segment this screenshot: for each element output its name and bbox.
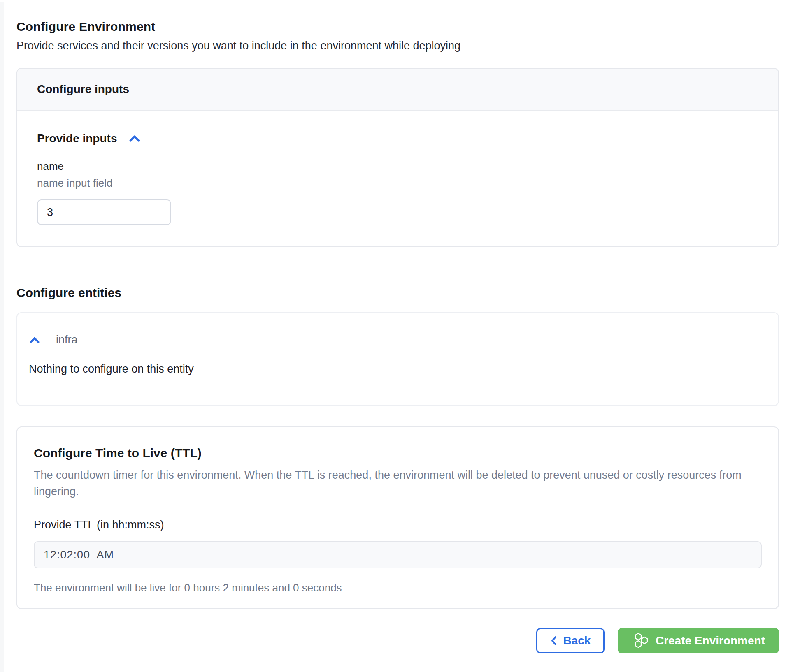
ttl-description: The countdown timer for this environment… — [34, 467, 752, 500]
entity-empty-message: Nothing to configure on this entity — [29, 363, 758, 375]
ttl-input[interactable] — [34, 541, 762, 568]
entity-collapse-button[interactable] — [29, 336, 40, 344]
configure-environment-page: Configure Environment Provide services a… — [16, 0, 779, 653]
provide-inputs-section: Provide inputs — [37, 132, 758, 145]
name-field-help: name input field — [37, 177, 758, 190]
entity-row-infra: infra — [29, 334, 758, 346]
configure-entities-heading: Configure entities — [16, 286, 779, 300]
back-button-label: Back — [563, 634, 591, 647]
chevron-left-icon — [550, 635, 558, 646]
name-field-label: name — [37, 160, 758, 173]
name-input[interactable] — [37, 199, 171, 225]
chevron-up-icon — [128, 134, 141, 143]
ttl-heading: Configure Time to Live (TTL) — [34, 446, 762, 460]
provide-inputs-collapse-button[interactable] — [128, 134, 141, 143]
ttl-card: Configure Time to Live (TTL) The countdo… — [16, 426, 779, 609]
configure-inputs-card: Configure inputs Provide inputs name nam… — [16, 68, 779, 247]
back-button[interactable]: Back — [536, 628, 605, 653]
page-title: Configure Environment — [16, 20, 779, 34]
entities-card: infra Nothing to configure on this entit… — [16, 312, 779, 406]
actions-bar: Back Create Environment — [16, 628, 779, 653]
create-environment-button[interactable]: Create Environment — [618, 628, 779, 653]
ttl-input-label: Provide TTL (in hh:mm:ss) — [34, 519, 762, 531]
ttl-helper-text: The environment will be live for 0 hours… — [34, 582, 762, 594]
hexagons-icon — [632, 632, 650, 650]
entity-name: infra — [56, 334, 78, 346]
chevron-up-icon — [29, 336, 40, 344]
configure-inputs-body: Provide inputs name name input field — [17, 111, 778, 246]
provide-inputs-label: Provide inputs — [37, 132, 117, 145]
configure-inputs-header: Configure inputs — [17, 69, 778, 111]
create-environment-label: Create Environment — [656, 634, 765, 647]
page-subtitle: Provide services and their versions you … — [16, 39, 779, 52]
panel-left-edge — [0, 2, 4, 672]
